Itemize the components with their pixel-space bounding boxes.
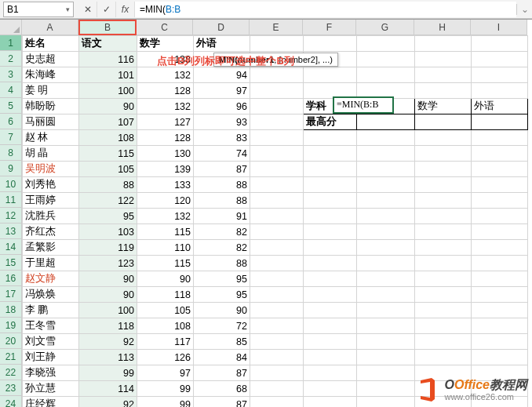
name-cell[interactable]: 刘文雪 xyxy=(23,334,79,350)
row-header[interactable]: 20 xyxy=(0,333,22,349)
foreign-cell[interactable]: 88 xyxy=(194,177,250,193)
row-header[interactable]: 10 xyxy=(0,176,22,192)
row-header[interactable]: 3 xyxy=(0,67,22,82)
cell[interactable] xyxy=(304,350,357,365)
math-cell[interactable]: 128 xyxy=(137,130,194,146)
cell[interactable] xyxy=(304,397,357,408)
lang-cell[interactable]: 92 xyxy=(79,334,137,350)
formula-expand-icon[interactable]: ⌄ xyxy=(516,4,532,15)
foreign-cell[interactable]: 68 xyxy=(194,381,250,397)
foreign-cell[interactable]: 97 xyxy=(194,83,250,99)
cell[interactable] xyxy=(472,83,528,99)
cell[interactable] xyxy=(357,365,415,381)
cell[interactable] xyxy=(357,52,415,67)
name-cell[interactable]: 史志超 xyxy=(23,52,79,67)
col-header-C[interactable]: C xyxy=(137,20,193,35)
cell[interactable] xyxy=(250,318,304,334)
foreign-cell[interactable]: 82 xyxy=(194,224,250,240)
cell[interactable] xyxy=(304,177,357,193)
col-header-F[interactable]: F xyxy=(303,20,356,35)
cell[interactable] xyxy=(472,224,528,240)
lang-cell[interactable]: 114 xyxy=(79,381,137,397)
cell[interactable] xyxy=(472,162,528,177)
row-header[interactable]: 6 xyxy=(0,114,22,129)
cell[interactable] xyxy=(357,381,415,397)
header-lang[interactable]: 语文 xyxy=(79,36,137,52)
foreign-cell[interactable]: 72 xyxy=(194,318,250,334)
cell[interactable] xyxy=(304,303,357,318)
cell[interactable] xyxy=(304,209,357,224)
name-cell[interactable]: 朱海峰 xyxy=(23,67,79,83)
name-cell[interactable]: 齐红杰 xyxy=(23,224,79,240)
cell[interactable] xyxy=(357,334,415,350)
col-header-A[interactable]: A xyxy=(22,20,78,35)
lang-cell[interactable]: 119 xyxy=(79,240,137,256)
cell[interactable] xyxy=(250,209,304,224)
cell[interactable] xyxy=(415,209,472,224)
cell[interactable] xyxy=(304,224,357,240)
math-cell[interactable]: 117 xyxy=(137,334,194,350)
cell[interactable] xyxy=(357,130,415,146)
name-cell[interactable]: 李晓强 xyxy=(23,365,79,381)
foreign-cell[interactable]: 84 xyxy=(194,350,250,365)
math-cell[interactable]: 126 xyxy=(137,350,194,365)
cell[interactable] xyxy=(250,287,304,303)
cell[interactable] xyxy=(415,130,472,146)
header-name[interactable]: 姓名 xyxy=(23,36,79,52)
cell[interactable] xyxy=(415,146,472,162)
name-cell[interactable]: 李 鹏 xyxy=(23,303,79,318)
math-cell[interactable]: 132 xyxy=(137,99,194,114)
cell[interactable] xyxy=(472,318,528,334)
lang-cell[interactable]: 100 xyxy=(79,83,137,99)
name-cell[interactable]: 孟繁影 xyxy=(23,240,79,256)
cell[interactable] xyxy=(250,240,304,256)
formula-input[interactable]: =MIN(B:B xyxy=(135,2,516,17)
cell[interactable] xyxy=(415,114,472,130)
name-cell[interactable]: 吴明波 xyxy=(23,162,79,177)
cell[interactable] xyxy=(357,114,415,130)
math-cell[interactable]: 110 xyxy=(137,240,194,256)
cell[interactable] xyxy=(415,287,472,303)
lang-cell[interactable]: 95 xyxy=(79,209,137,224)
foreign-cell[interactable]: 87 xyxy=(194,397,250,408)
foreign-cell[interactable]: 85 xyxy=(194,334,250,350)
row-header[interactable]: 2 xyxy=(0,51,22,67)
header-math[interactable]: 数学 xyxy=(137,36,194,52)
math-cell[interactable]: 118 xyxy=(137,287,194,303)
side-foreign[interactable]: 外语 xyxy=(472,99,528,114)
cell[interactable] xyxy=(357,162,415,177)
cell[interactable] xyxy=(304,146,357,162)
math-cell[interactable]: 115 xyxy=(137,224,194,240)
cell[interactable] xyxy=(250,83,304,99)
col-header-G[interactable]: G xyxy=(356,20,414,35)
row-header[interactable]: 1 xyxy=(0,35,22,51)
math-cell[interactable]: 128 xyxy=(137,83,194,99)
foreign-cell[interactable]: 88 xyxy=(194,193,250,209)
name-cell[interactable]: 胡 晶 xyxy=(23,146,79,162)
row-header[interactable]: 14 xyxy=(0,239,22,255)
cell[interactable] xyxy=(250,99,304,114)
select-all-corner[interactable] xyxy=(0,20,22,35)
foreign-cell[interactable]: 88 xyxy=(194,256,250,271)
math-cell[interactable]: 108 xyxy=(137,318,194,334)
name-cell[interactable]: 赵 林 xyxy=(23,130,79,146)
lang-cell[interactable]: 90 xyxy=(79,99,137,114)
cell[interactable] xyxy=(357,256,415,271)
col-header-D[interactable]: D xyxy=(193,20,250,35)
cell[interactable] xyxy=(250,36,304,52)
cell[interactable] xyxy=(415,318,472,334)
cell[interactable] xyxy=(250,177,304,193)
col-header-I[interactable]: I xyxy=(471,20,527,35)
lang-cell[interactable]: 116 xyxy=(79,52,137,67)
cell[interactable] xyxy=(250,67,304,83)
foreign-cell[interactable]: 82 xyxy=(194,240,250,256)
lang-cell[interactable]: 115 xyxy=(79,146,137,162)
cell[interactable] xyxy=(472,146,528,162)
name-cell[interactable]: 韩盼盼 xyxy=(23,99,79,114)
cell[interactable] xyxy=(472,130,528,146)
row-header[interactable]: 11 xyxy=(0,192,22,208)
row-header[interactable]: 16 xyxy=(0,271,22,286)
cell[interactable] xyxy=(357,67,415,83)
cell[interactable] xyxy=(357,224,415,240)
cell[interactable] xyxy=(472,303,528,318)
